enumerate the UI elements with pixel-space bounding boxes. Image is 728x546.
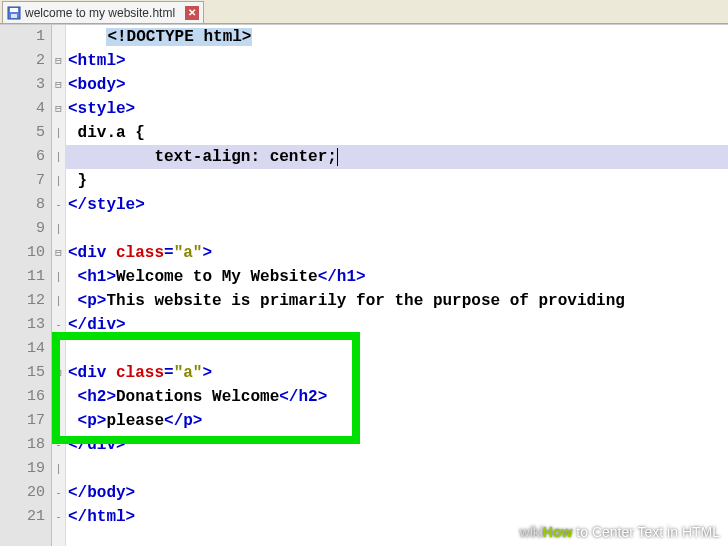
line-number: 10 [0, 241, 45, 265]
file-tab-label: welcome to my website.html [25, 6, 175, 20]
code-line[interactable]: } [66, 169, 728, 193]
fold-marker: - [52, 313, 65, 337]
fold-marker [52, 25, 65, 49]
fold-marker: | [52, 265, 65, 289]
fold-marker: | [52, 457, 65, 481]
line-number: 14 [0, 337, 45, 361]
code-line[interactable]: div.a { [66, 121, 728, 145]
code-line[interactable] [66, 337, 728, 361]
fold-marker: | [52, 145, 65, 169]
tab-bar: welcome to my website.html ✕ [0, 0, 728, 24]
line-number: 3 [0, 73, 45, 97]
code-line[interactable]: <h2>Donations Welcome</h2> [66, 385, 728, 409]
fold-marker: - [52, 505, 65, 529]
code-line[interactable]: <html> [66, 49, 728, 73]
line-number: 9 [0, 217, 45, 241]
fold-marker: | [52, 409, 65, 433]
line-number: 18 [0, 433, 45, 457]
code-line[interactable]: </div> [66, 433, 728, 457]
line-number: 13 [0, 313, 45, 337]
fold-marker: | [52, 121, 65, 145]
line-number: 8 [0, 193, 45, 217]
fold-marker: | [52, 169, 65, 193]
watermark-rest: to Center Text in HTML [572, 524, 720, 540]
line-number: 11 [0, 265, 45, 289]
line-number: 1 [0, 25, 45, 49]
line-number: 16 [0, 385, 45, 409]
code-line[interactable]: <p>please</p> [66, 409, 728, 433]
editor-panel: 123456789101112131415161718192021 ⊟⊟⊟|||… [0, 24, 728, 546]
line-number: 6 [0, 145, 45, 169]
code-line[interactable]: <div class="a"> [66, 361, 728, 385]
code-line[interactable] [66, 217, 728, 241]
code-line[interactable]: <p>This website is primarily for the pur… [66, 289, 728, 313]
close-icon[interactable]: ✕ [185, 6, 199, 20]
code-line[interactable]: text-align: center; [66, 145, 728, 169]
line-number: 17 [0, 409, 45, 433]
fold-column: ⊟⊟⊟|||-|⊟||-|⊟||-|-- [52, 25, 66, 546]
code-line[interactable]: <h1>Welcome to My Website</h1> [66, 265, 728, 289]
line-number-gutter: 123456789101112131415161718192021 [0, 25, 52, 546]
fold-marker[interactable]: ⊟ [52, 97, 65, 121]
line-number: 15 [0, 361, 45, 385]
fold-marker[interactable]: ⊟ [52, 73, 65, 97]
line-number: 5 [0, 121, 45, 145]
code-line[interactable]: </style> [66, 193, 728, 217]
fold-marker[interactable]: ⊟ [52, 361, 65, 385]
line-number: 12 [0, 289, 45, 313]
fold-marker[interactable]: ⊟ [52, 241, 65, 265]
line-number: 4 [0, 97, 45, 121]
line-number: 19 [0, 457, 45, 481]
watermark: wikiHow to Center Text in HTML [520, 524, 720, 540]
line-number: 7 [0, 169, 45, 193]
code-line[interactable] [66, 457, 728, 481]
fold-marker: - [52, 433, 65, 457]
code-line[interactable]: </div> [66, 313, 728, 337]
fold-marker[interactable]: ⊟ [52, 49, 65, 73]
watermark-how: How [543, 524, 573, 540]
code-line[interactable]: <!DOCTYPE html> [66, 25, 728, 49]
fold-marker: | [52, 385, 65, 409]
svg-rect-1 [10, 8, 18, 12]
code-line[interactable]: <body> [66, 73, 728, 97]
code-line[interactable]: </body> [66, 481, 728, 505]
save-icon [7, 6, 21, 20]
fold-marker: | [52, 217, 65, 241]
fold-marker: - [52, 193, 65, 217]
svg-rect-2 [11, 14, 17, 18]
file-tab[interactable]: welcome to my website.html ✕ [2, 1, 204, 23]
fold-marker: | [52, 289, 65, 313]
line-number: 2 [0, 49, 45, 73]
code-area[interactable]: <!DOCTYPE html><html><body><style> div.a… [66, 25, 728, 546]
code-line[interactable]: <style> [66, 97, 728, 121]
fold-marker: - [52, 481, 65, 505]
fold-marker: | [52, 337, 65, 361]
watermark-wiki: wiki [520, 524, 543, 540]
code-line[interactable]: <div class="a"> [66, 241, 728, 265]
line-number: 20 [0, 481, 45, 505]
line-number: 21 [0, 505, 45, 529]
